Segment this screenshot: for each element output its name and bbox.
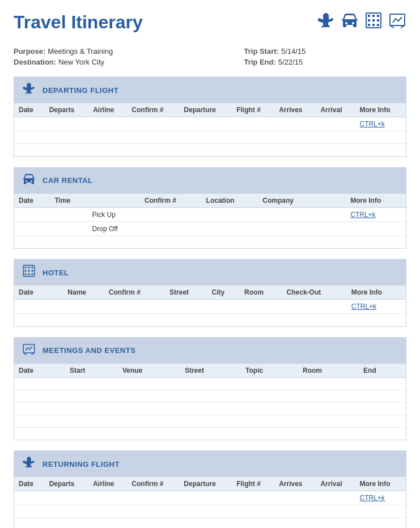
page-title: Travel Itinerary — [14, 12, 143, 33]
car-rental-section: CAR RENTAL Date Time Confirm # Location … — [14, 167, 406, 249]
col-empty — [88, 194, 140, 208]
svg-rect-21 — [28, 274, 30, 275]
col-date: Date — [14, 477, 45, 491]
col-confirm: Confirm # — [140, 194, 202, 208]
table-row — [14, 427, 406, 440]
col-confirm: Confirm # — [127, 477, 179, 491]
col-street: Street — [180, 364, 241, 378]
svg-rect-8 — [372, 24, 375, 26]
returning-flight-table: Date Departs Airline Confirm # Departure… — [14, 477, 406, 528]
svg-rect-5 — [372, 19, 375, 22]
svg-rect-7 — [368, 24, 370, 26]
meetings-icon — [388, 11, 406, 33]
destination-label: Destination: — [14, 58, 56, 66]
col-room: Room — [240, 286, 282, 300]
table-row — [14, 505, 406, 518]
col-empty2 — [319, 194, 332, 208]
col-more-info: More Info — [355, 477, 406, 491]
svg-rect-20 — [25, 274, 27, 275]
returning-ctrl-link[interactable]: CTRL+k — [359, 494, 384, 502]
trip-info: Purpose: Meetings & Training Destination… — [14, 47, 406, 66]
col-arrival: Arrival — [316, 477, 355, 491]
meetings-title: MEETINGS AND EVENTS — [43, 346, 135, 355]
hotel-table: Date Name Confirm # Street City Room Che… — [14, 286, 406, 326]
meetings-header: MEETINGS AND EVENTS — [14, 338, 406, 364]
hotel-ctrl-link[interactable]: CTRL+k — [351, 303, 376, 310]
svg-rect-4 — [368, 19, 370, 22]
col-empty — [50, 286, 63, 300]
svg-rect-19 — [32, 270, 33, 272]
col-city: City — [207, 286, 240, 300]
table-row — [14, 415, 406, 427]
trip-end-label: Trip End: — [244, 58, 276, 66]
svg-rect-17 — [25, 270, 27, 272]
trip-start-value: 5/14/15 — [281, 47, 306, 56]
svg-rect-18 — [28, 270, 30, 272]
svg-rect-3 — [377, 15, 379, 17]
col-departs: Departs — [45, 477, 89, 491]
car-rental-icon — [21, 172, 37, 189]
col-departure: Departure — [179, 477, 232, 491]
col-date: Date — [14, 286, 50, 300]
col-flight: Flight # — [232, 477, 274, 491]
col-empty3 — [332, 194, 346, 208]
table-row: CTRL+k — [14, 300, 406, 314]
col-start: Start — [65, 364, 118, 378]
destination-value: New York City — [58, 58, 104, 66]
col-topic: Topic — [241, 364, 298, 378]
departing-flight-table: Date Departs Airline Confirm # Departure… — [14, 103, 406, 156]
departing-airplane-icon — [21, 82, 37, 99]
purpose-value: Meetings & Training — [48, 47, 113, 56]
svg-rect-9 — [377, 24, 379, 26]
table-row: Drop Off — [14, 222, 406, 236]
col-company: Company — [258, 194, 319, 208]
col-room: Room — [298, 364, 359, 378]
col-arrives: Arrives — [274, 477, 316, 491]
col-name: Name — [63, 286, 104, 300]
col-airline: Airline — [88, 103, 127, 117]
departing-flight-header: DEPARTING FLIGHT — [14, 77, 406, 103]
departing-ctrl-link[interactable]: CTRL+k — [359, 120, 384, 128]
col-date: Date — [14, 364, 65, 378]
col-street: Street — [165, 286, 207, 300]
departing-flight-title: DEPARTING FLIGHT — [43, 86, 118, 95]
car-ctrl-link[interactable]: CTRL+k — [350, 211, 375, 219]
hotel-title: HOTEL — [43, 269, 69, 277]
returning-flight-section: RETURNING FLIGHT Date Departs Airline Co… — [14, 450, 406, 528]
pickup-label: Pick Up — [88, 207, 140, 222]
col-end: End — [359, 364, 406, 378]
hotel-header: HOTEL — [14, 259, 406, 286]
table-row: CTRL+k — [14, 491, 406, 505]
departing-flight-section: DEPARTING FLIGHT Date Departs Airline Co… — [14, 76, 406, 157]
col-arrival: Arrival — [316, 103, 355, 117]
page-header: Travel Itinerary — [14, 11, 406, 38]
svg-rect-1 — [368, 15, 370, 17]
airplane-icon — [317, 11, 335, 33]
table-row — [14, 518, 406, 529]
returning-flight-header: RETURNING FLIGHT — [14, 451, 406, 477]
col-date: Date — [14, 194, 50, 208]
col-more-info: More Info — [355, 103, 406, 117]
trip-start-label: Trip Start: — [244, 47, 279, 56]
returning-airplane-icon — [21, 455, 37, 472]
hotel-icon — [364, 11, 383, 33]
meetings-table: Date Start Venue Street Topic Room End — [14, 364, 406, 440]
col-venue: Venue — [118, 364, 180, 378]
col-confirm: Confirm # — [104, 286, 165, 300]
table-row: Pick Up CTRL+k — [14, 207, 406, 222]
car-rental-title: CAR RENTAL — [43, 176, 93, 185]
meetings-section: MEETINGS AND EVENTS Date Start Venue Str… — [14, 337, 406, 441]
returning-flight-title: RETURNING FLIGHT — [43, 460, 120, 469]
table-row — [14, 314, 406, 326]
table-row — [14, 377, 406, 390]
svg-rect-14 — [25, 267, 27, 269]
col-arrives: Arrives — [274, 103, 316, 117]
col-more-info: More Info — [346, 194, 406, 208]
car-rental-table: Date Time Confirm # Location Company Mor… — [14, 194, 406, 249]
table-row — [14, 131, 406, 144]
car-rental-header: CAR RENTAL — [14, 168, 406, 194]
hotel-section-icon — [21, 264, 37, 281]
table-row: CTRL+k — [14, 117, 406, 131]
col-departure: Departure — [179, 103, 232, 117]
hotel-section: HOTEL Date Name Confirm # Street City Ro… — [14, 259, 406, 327]
